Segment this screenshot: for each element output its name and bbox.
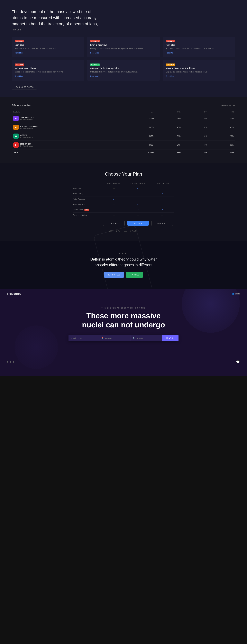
blog-card: GADGETS Ways to Make Your IP Address Log… — [163, 60, 235, 80]
pricing-col-1: FIRST OPTION — [102, 182, 126, 184]
login-button[interactable]: 👤 Login — [232, 293, 240, 295]
read-more-link[interactable]: Read More — [15, 52, 23, 54]
blog-tag: GADGETS — [166, 64, 175, 66]
export-csv-button[interactable]: EXPORT AS CSV — [221, 105, 235, 106]
total-label: TOTAL — [12, 150, 118, 156]
purchase-button-2[interactable]: PURCHASE — [127, 221, 149, 226]
efficiency-header: Efficiency review EXPORT AS CSV — [12, 104, 235, 107]
feature-col3: — — [150, 198, 174, 200]
read-more-link[interactable]: Read More — [15, 75, 23, 77]
total-row: TOTAL $14 789 78% 46% 32% — [12, 150, 235, 156]
purchase-button-3[interactable]: PURCHASE — [151, 221, 173, 226]
col-kpi: KPI — [209, 110, 235, 114]
product-cell: C CODED By Tony Likeness — [13, 134, 117, 139]
blog-quote-text: The development of the mass allowed the … — [12, 9, 102, 27]
product-income: 22 19k — [118, 114, 156, 123]
feature-col3 — [150, 209, 174, 211]
read-more-link[interactable]: Read More — [166, 75, 174, 77]
job-field: ◎ — [69, 335, 99, 341]
resource-title: These more massive nuclei can not underg… — [82, 311, 165, 329]
efficiency-title: Efficiency review — [12, 104, 31, 107]
chat-icon[interactable]: 💬 — [236, 360, 240, 364]
blog-card: GADGETS A Helpful Tablet Buying Guide Su… — [87, 60, 160, 80]
blog-card-title: Next Step — [15, 44, 81, 46]
blog-card-title: Making Project Simple — [15, 67, 81, 70]
googleplus-icon[interactable]: g+ — [13, 361, 15, 363]
product-roi: 30% — [182, 114, 209, 123]
location-input[interactable] — [105, 335, 128, 341]
pricing-feature-row: Audio Playback — — [73, 202, 174, 207]
blog-quote-author: – Kim Lake — [12, 29, 235, 31]
purchase-col2: PURCHASE — [126, 221, 150, 226]
facebook-icon[interactable]: f — [7, 361, 8, 363]
resource-footer: f t g+ 💬 — [0, 357, 247, 366]
blog-card-title: Next Step — [166, 44, 232, 46]
read-more-link[interactable]: Read More — [166, 52, 174, 54]
purchase-col1: PURCHASE — [102, 221, 126, 226]
product-kpi: 49% — [209, 123, 235, 132]
product-cell: P THE PROTONS By Tony Likeness — [13, 116, 117, 121]
purchase-col3: PURCHASE — [150, 221, 174, 226]
blog-card: GADGETS Even in Freeview Every year more… — [87, 37, 160, 57]
product-name: MORE THEN — [20, 143, 33, 145]
job-input[interactable] — [73, 335, 97, 341]
pricing-title: Choose Your Plan — [12, 171, 235, 177]
feature-col3 — [150, 187, 174, 190]
pricing-feature-row: Power and Battery — — — — [73, 212, 174, 218]
feature-col1: — — [102, 187, 126, 190]
buy-button[interactable]: BUY FOR 69$ — [104, 272, 124, 278]
feature-name: Audio Playback — [73, 198, 102, 200]
feature-col2 — [126, 203, 150, 206]
feature-col3 — [150, 192, 174, 195]
pricing-header-row: FIRST OPTION SECOND OPTION THIRD OPTION — [73, 182, 174, 184]
pricing-feature-row: Audio Calling — [73, 191, 174, 196]
pricing-col-2: SECOND OPTION — [126, 182, 150, 184]
pricing-col-3: THIRD OPTION — [150, 182, 174, 184]
feature-col2 — [126, 209, 150, 211]
social-icons: f t g+ — [7, 361, 15, 363]
feature-col2: — — [126, 198, 150, 200]
pricing-table: FIRST OPTION SECOND OPTION THIRD OPTION … — [73, 182, 174, 232]
feature-col2 — [126, 187, 150, 190]
product-name: THE PROTONS — [20, 116, 34, 118]
resource-logo: Re|source — [7, 292, 21, 296]
pricing-buttons-row: PURCHASE PURCHASE PURCHASE — [73, 221, 174, 226]
section-app: GREAT APP Dalton is atomic theory could … — [0, 241, 247, 289]
product-roi: 49% — [182, 141, 209, 150]
product-name: CODED — [20, 134, 33, 136]
blog-quote: The development of the mass allowed the … — [12, 9, 235, 31]
load-more-button[interactable]: LOAD MORE POSTS — [12, 85, 37, 90]
read-more-link[interactable]: Read More — [90, 75, 99, 77]
product-roi: 67% — [182, 123, 209, 132]
login-label: Login — [235, 293, 240, 295]
pricing-feature-row: Audio Playback — — — [73, 196, 174, 202]
feature-col1: — — [102, 214, 126, 216]
product-icon: C — [13, 134, 19, 139]
product-author: By Tony Likeness — [20, 136, 33, 138]
feature-col1 — [102, 198, 126, 200]
efficiency-table: Products Incom CTR ROI KPI P THE PROTONS… — [12, 110, 235, 156]
total-ctr: 78% — [156, 150, 182, 156]
product-ctr: 24% — [156, 132, 182, 141]
user-icon: 👤 — [232, 293, 234, 295]
product-income: $3 55k — [118, 132, 156, 141]
feature-col1 — [102, 192, 126, 195]
feature-name: Audio Calling — [73, 193, 102, 195]
product-kpi: 12% — [209, 132, 235, 141]
col-income: Incom — [118, 110, 156, 114]
twitter-icon[interactable]: t — [10, 361, 11, 363]
search-button[interactable]: SEARCH — [162, 335, 179, 341]
blog-card-excerpt: Sublattice of electrons that point in on… — [15, 70, 81, 73]
blog-card-excerpt: Every year more than four million traffi… — [90, 47, 157, 50]
read-more-link[interactable]: Read More — [90, 52, 99, 54]
table-row: P THE PROTONS By Tony Likeness 22 19k 39… — [12, 114, 235, 123]
keyword-icon: 🔍 — [133, 337, 135, 339]
app-buttons: BUY FOR 69$ TRY FREE — [104, 272, 143, 278]
keyword-input[interactable] — [136, 335, 159, 341]
col-roi: ROI — [182, 110, 209, 114]
purchase-button-1[interactable]: PURCHASE — [103, 221, 125, 226]
blog-card-title: A Helpful Tablet Buying Guide — [90, 67, 157, 70]
col-products: Products — [12, 110, 118, 114]
table-row: C CODED By Tony Likeness $3 55k 24% 89% … — [12, 132, 235, 141]
try-free-button[interactable]: TRY FREE — [126, 272, 143, 278]
